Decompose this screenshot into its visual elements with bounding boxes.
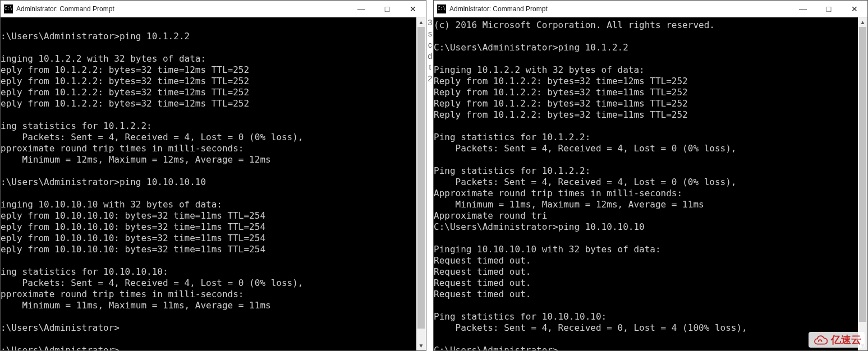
titlebar-left[interactable]: C:\ Administrator: Command Prompt — □ ✕ xyxy=(1,1,426,17)
window-title: Administrator: Command Prompt xyxy=(449,5,548,13)
titlebar-right[interactable]: C:\ Administrator: Command Prompt — □ ✕ xyxy=(434,1,867,17)
minimize-button[interactable]: — xyxy=(348,1,374,17)
close-button[interactable]: ✕ xyxy=(400,1,426,17)
cmd-window-right: C:\ Administrator: Command Prompt — □ ✕ … xyxy=(433,0,868,351)
scroll-thumb[interactable] xyxy=(859,27,866,322)
scrollbar-right[interactable]: ▲ ▼ xyxy=(858,17,867,350)
scroll-track[interactable] xyxy=(416,27,426,341)
cmd-icon: C:\ xyxy=(4,4,13,13)
scrollbar-left[interactable]: ▲ ▼ xyxy=(416,17,426,350)
scroll-track[interactable] xyxy=(858,27,867,341)
scroll-down-icon[interactable]: ▼ xyxy=(416,341,426,350)
close-button[interactable]: ✕ xyxy=(842,1,867,17)
maximize-button[interactable]: □ xyxy=(816,1,842,17)
terminal-output-left[interactable]: :\Users\Administrator>ping 10.1.2.2 ingi… xyxy=(1,17,416,350)
cloud-icon xyxy=(812,334,828,345)
scroll-up-icon[interactable]: ▲ xyxy=(858,17,867,27)
scroll-thumb[interactable] xyxy=(417,27,425,329)
window-title: Administrator: Command Prompt xyxy=(16,5,114,13)
watermark: 亿速云 xyxy=(809,332,865,348)
cmd-window-left: C:\ Administrator: Command Prompt — □ ✕ … xyxy=(0,0,426,351)
scroll-up-icon[interactable]: ▲ xyxy=(416,17,426,27)
minimize-button[interactable]: — xyxy=(790,1,816,17)
watermark-text: 亿速云 xyxy=(831,333,861,347)
cmd-icon: C:\ xyxy=(437,4,446,13)
maximize-button[interactable]: □ xyxy=(374,1,400,17)
terminal-output-right[interactable]: (c) 2016 Microsoft Corporation. All righ… xyxy=(434,17,858,350)
window-divider xyxy=(426,0,433,351)
